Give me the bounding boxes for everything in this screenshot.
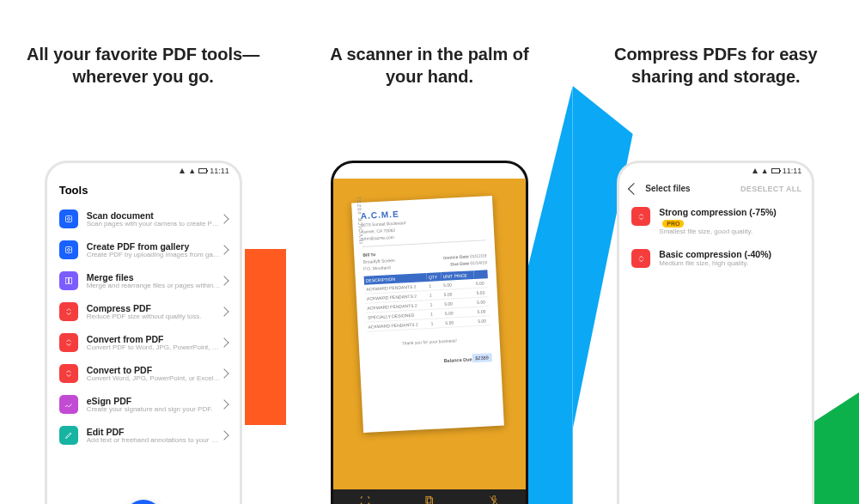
- scan-frame-icon[interactable]: [359, 495, 371, 504]
- tool-sub: Add text or freehand annotations to your…: [87, 437, 221, 445]
- compress-icon: [631, 249, 650, 268]
- headline-2: A scanner in the palm of your hand.: [286, 0, 572, 103]
- tool-text: Merge filesMerge and rearrange files or …: [87, 272, 221, 290]
- doc-due-val: 01/14/19: [470, 259, 487, 265]
- compress-option[interactable]: Strong compression (-75%)PROSmallest fil…: [619, 198, 812, 240]
- compress-icon: [631, 207, 650, 226]
- tool-row-create-pdf-from-gallery[interactable]: Create PDF from galleryCreate PDF by upl…: [47, 234, 240, 265]
- flash-off-icon[interactable]: [488, 495, 500, 504]
- tool-row-merge-files[interactable]: Merge filesMerge and rearrange files or …: [47, 265, 240, 296]
- tool-icon: [59, 426, 78, 445]
- tool-row-scan-document[interactable]: Scan documentScan pages with your camera…: [47, 203, 240, 234]
- tool-sub: Scan pages with your camera to create PD…: [87, 221, 221, 228]
- pro-badge: PRO: [662, 220, 684, 228]
- doc-table: DESCRIPTION QTY UNIT PRICE ACKWARD PENDA…: [364, 270, 490, 331]
- tool-text: Compress PDFReduce PDF size without qual…: [87, 303, 221, 321]
- compress-header: Select files DESELECT ALL: [619, 179, 812, 198]
- tool-icon: [59, 333, 78, 352]
- svg-rect-4: [65, 278, 68, 284]
- tool-label: Convert to PDF: [87, 365, 221, 375]
- battery-icon: [771, 168, 780, 173]
- svg-point-3: [67, 249, 70, 252]
- tool-label: Merge files: [87, 272, 221, 282]
- compress-option[interactable]: Basic compression (-40%)Medium file size…: [619, 240, 812, 273]
- back-icon[interactable]: [628, 182, 640, 194]
- headline-3: Compress PDFs for easy sharing and stora…: [573, 0, 859, 103]
- tool-sub: Reduce PDF size without quality loss.: [87, 313, 221, 321]
- doc-due-label: Due Date: [450, 260, 469, 266]
- compress-label: Basic compression (-40%): [659, 249, 771, 259]
- chevron-right-icon: [219, 307, 228, 316]
- phone-frame-3: ▲ 11:11 Select files DESELECT ALL Strong…: [617, 161, 814, 504]
- chevron-right-icon: [219, 430, 228, 440]
- tool-text: Edit PDFAdd text or freehand annotations…: [87, 427, 221, 445]
- tool-row-edit-pdf[interactable]: Edit PDFAdd text or freehand annotations…: [47, 420, 240, 451]
- bg-shape-orange: [245, 249, 286, 425]
- chevron-right-icon: [219, 214, 228, 223]
- tool-label: Edit PDF: [87, 427, 221, 437]
- doc-balance-label: Balance Due: [443, 356, 472, 363]
- tool-text: eSign PDFCreate your signature and sign …: [87, 396, 221, 414]
- tool-sub: Convert Word, JPG, PowerPoint, or Excel …: [87, 375, 221, 383]
- multipage-icon[interactable]: [423, 495, 436, 504]
- tool-text: Scan documentScan pages with your camera…: [87, 210, 221, 228]
- tool-row-esign-pdf[interactable]: eSign PDFCreate your signature and sign …: [47, 389, 240, 420]
- doc-inv-val: 01/12/19: [470, 252, 487, 258]
- tool-sub: Merge and rearrange files or pages withi…: [87, 282, 221, 290]
- battery-icon: [484, 168, 493, 173]
- tool-label: Create PDF from gallery: [87, 241, 221, 252]
- select-files-title: Select files: [645, 184, 740, 193]
- chevron-right-icon: [219, 276, 228, 285]
- status-bar: ▲ 11:11: [619, 163, 812, 179]
- tool-sub: Create your signature and sign your PDF.: [87, 406, 221, 414]
- tool-icon: [59, 271, 78, 290]
- wifi-icon: ▲: [188, 167, 196, 175]
- tool-icon: [59, 364, 78, 383]
- svg-rect-5: [69, 278, 71, 284]
- tool-label: eSign PDF: [87, 396, 221, 406]
- signal-icon: [180, 168, 185, 173]
- compress-sub: Medium file size, high quality.: [659, 259, 771, 267]
- tool-icon: [59, 209, 78, 228]
- wifi-icon: ▲: [475, 167, 483, 175]
- panel-tools: All your favorite PDF tools—wherever you…: [0, 0, 286, 504]
- tool-row-compress-pdf[interactable]: Compress PDFReduce PDF size without qual…: [47, 296, 240, 327]
- headline-1: All your favorite PDF tools—wherever you…: [0, 0, 286, 103]
- tool-label: Compress PDF: [87, 303, 221, 313]
- tool-row-convert-to-pdf[interactable]: Convert to PDFConvert Word, JPG, PowerPo…: [47, 358, 240, 389]
- tool-icon: [59, 302, 78, 321]
- compress-sub: Smallest file size, good quality.: [659, 228, 800, 235]
- status-time: 11:11: [783, 167, 802, 175]
- tool-text: Create PDF from galleryCreate PDF by upl…: [87, 241, 221, 259]
- tool-label: Scan document: [87, 210, 221, 221]
- tool-sub: Create PDF by uploading images from gall…: [87, 252, 221, 259]
- camera-toolbar: [333, 489, 526, 504]
- phone-frame-2: ▲ 11:11 A.C.M.E 4678 Sunset Boulevard Ke…: [331, 161, 528, 504]
- tools-heading: Tools: [47, 179, 240, 203]
- tool-text: Convert from PDFConvert PDF to Word, JPG…: [87, 334, 221, 352]
- panel-scanner: A scanner in the palm of your hand. ▲ 11…: [286, 0, 572, 504]
- phone-frame-1: ▲ 11:11 Tools Scan documentScan pages wi…: [45, 161, 242, 504]
- status-time: 11:11: [210, 167, 229, 175]
- doc-balance-val: $2389: [472, 353, 492, 362]
- tool-sub: Convert PDF to Word, JPG, PowerPoint, or…: [87, 344, 221, 352]
- status-bar: ▲ 11:11: [333, 163, 526, 179]
- tool-icon: [59, 395, 78, 414]
- wifi-icon: ▲: [761, 167, 769, 175]
- signal-icon: [752, 168, 758, 173]
- doc-billto-label: Bill To: [362, 252, 375, 258]
- signal-icon: [466, 168, 472, 173]
- compress-text: Basic compression (-40%)Medium file size…: [659, 249, 771, 267]
- compress-text: Strong compression (-75%)PROSmallest fil…: [659, 207, 800, 235]
- chevron-right-icon: [219, 245, 228, 254]
- battery-icon: [198, 168, 207, 173]
- deselect-all-button[interactable]: DESELECT ALL: [740, 185, 801, 193]
- panel-compress: Compress PDFs for easy sharing and stora…: [573, 0, 859, 504]
- chevron-right-icon: [219, 399, 228, 409]
- doc-billto-name2: P.O. Moorland: [363, 264, 391, 271]
- tool-text: Convert to PDFConvert Word, JPG, PowerPo…: [87, 365, 221, 383]
- svg-rect-11: [426, 496, 431, 503]
- tool-row-convert-from-pdf[interactable]: Convert from PDFConvert PDF to Word, JPG…: [47, 327, 240, 358]
- chevron-right-icon: [219, 337, 228, 347]
- status-bar: ▲ 11:11: [47, 163, 240, 179]
